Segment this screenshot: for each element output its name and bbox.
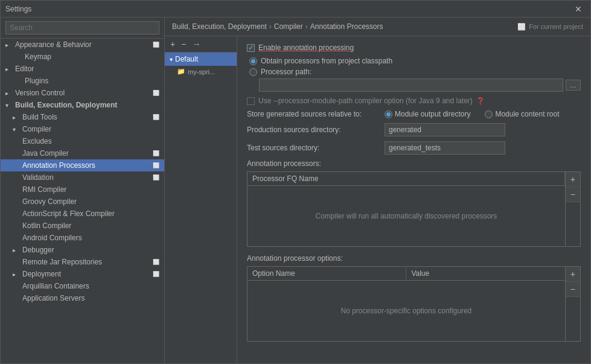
sidebar-item-android[interactable]: Android Compilers: [1, 232, 164, 244]
ext-icon: ⬜: [153, 162, 159, 168]
settings-window: Settings ✕ ▸ Appearance & Behavior ⬜ Key…: [0, 0, 591, 364]
processor-path-text: Processor path:: [261, 68, 311, 76]
sidebar-item-label: Build, Execution, Deployment: [15, 101, 117, 109]
table-empty-message: Compiler will run all automatically disc…: [304, 200, 510, 232]
sidebar-item-compiler[interactable]: ▾ Compiler: [1, 123, 164, 135]
sidebar-item-label: Android Compilers: [22, 234, 82, 242]
enable-annotation-checkbox[interactable]: [247, 44, 255, 52]
breadcrumb-sep1: ›: [269, 22, 272, 31]
test-sources-label: Test sources directory:: [247, 144, 380, 152]
sidebar-item-debugger[interactable]: ▸ Debugger: [1, 244, 164, 256]
options-empty-message: No processor-specific options configured: [329, 295, 484, 327]
sidebar-item-editor[interactable]: ▸ Editor: [1, 63, 164, 75]
arrow-icon: ▾: [170, 56, 173, 63]
module-item-my-spri[interactable]: 📁 my-spri...: [165, 66, 237, 77]
sidebar-item-groovy[interactable]: Groovy Compiler: [1, 196, 164, 208]
processor-path-label[interactable]: Processor path:: [249, 68, 581, 76]
sidebar-item-build-execution[interactable]: ▾ Build, Execution, Deployment: [1, 99, 164, 111]
sidebar-item-arquillian[interactable]: Arquillian Containers: [1, 280, 164, 292]
project-icon: ⬜: [517, 23, 526, 30]
options-table-header: Option Name Value: [248, 267, 565, 281]
sidebar-item-build-tools[interactable]: ▸ Build Tools ⬜: [1, 111, 164, 123]
sidebar-item-rmi[interactable]: RMI Compiler: [1, 184, 164, 196]
sidebar-item-appearance[interactable]: ▸ Appearance & Behavior ⬜: [1, 39, 164, 51]
module-item-label: my-spri...: [188, 68, 215, 75]
remove-module-button[interactable]: −: [179, 39, 188, 49]
module-panel: + − → ▾ Default 📁 my-spri...: [165, 36, 237, 363]
remove-processor-button[interactable]: −: [566, 187, 580, 202]
arrow-icon: ▸: [5, 42, 13, 48]
sidebar-item-version-control[interactable]: ▸ Version Control ⬜: [1, 87, 164, 99]
obtain-processors-text: Obtain processors from project classpath: [261, 57, 392, 65]
sidebar-item-label: Excludes: [22, 137, 52, 145]
production-sources-input[interactable]: [385, 123, 505, 136]
module-path-checkbox[interactable]: [247, 97, 255, 105]
ext-icon: ⬜: [153, 150, 159, 156]
obtain-processors-label[interactable]: Obtain processors from project classpath: [249, 57, 581, 65]
sidebar-item-label: Keymap: [25, 53, 51, 61]
sidebar-item-label: Deployment: [22, 270, 61, 278]
sidebar-tree: ▸ Appearance & Behavior ⬜ Keymap ▸ Edito…: [1, 39, 164, 363]
main-content: ▸ Appearance & Behavior ⬜ Keymap ▸ Edito…: [1, 18, 590, 363]
option-name-header: Option Name: [248, 267, 406, 280]
sidebar-item-label: Debugger: [22, 246, 54, 254]
sidebar-item-validation[interactable]: Validation ⬜: [1, 171, 164, 184]
sidebar-item-label: Version Control: [15, 89, 65, 97]
enable-annotation-label[interactable]: Enable annotation processing: [247, 43, 354, 52]
enable-annotation-row: Enable annotation processing: [247, 43, 581, 52]
breadcrumb-sep2: ›: [305, 22, 308, 31]
sidebar-item-keymap[interactable]: Keymap: [1, 51, 164, 63]
remove-option-button[interactable]: −: [566, 282, 580, 297]
arrow-icon: ▸: [13, 271, 20, 278]
breadcrumb: Build, Execution, Deployment › Compiler …: [165, 18, 590, 36]
table-body: Compiler will run all automatically disc…: [248, 186, 565, 246]
sidebar-item-label: Annotation Processors: [22, 161, 95, 170]
ext-icon: ⬜: [153, 90, 159, 96]
obtain-processors-radio[interactable]: [249, 57, 257, 65]
sidebar-item-deployment[interactable]: ▸ Deployment ⬜: [1, 268, 164, 280]
table-main: Processor FQ Name Compiler will run all …: [248, 172, 565, 246]
annotation-processors-table: Processor FQ Name Compiler will run all …: [247, 171, 581, 247]
close-button[interactable]: ✕: [571, 3, 586, 15]
sidebar-item-plugins[interactable]: Plugins: [1, 75, 164, 87]
sidebar-item-excludes[interactable]: Excludes: [1, 135, 164, 147]
sidebar-item-kotlin[interactable]: Kotlin Compiler: [1, 220, 164, 232]
ext-icon: ⬜: [153, 114, 159, 120]
module-output-text: Module output directory: [395, 110, 470, 118]
search-input[interactable]: [5, 21, 159, 34]
content-root-label[interactable]: Module content root: [485, 110, 559, 118]
processor-path-input[interactable]: [259, 78, 563, 92]
for-current-project: ⬜ For current project: [517, 23, 583, 31]
help-icon[interactable]: ❓: [476, 97, 485, 105]
test-sources-input[interactable]: [385, 141, 505, 155]
breadcrumb-part3: Annotation Processors: [310, 22, 383, 31]
table-header: Processor FQ Name: [248, 172, 565, 186]
sidebar-item-java-compiler[interactable]: Java Compiler ⬜: [1, 147, 164, 159]
add-module-button[interactable]: +: [168, 39, 177, 49]
content-root-text: Module content root: [495, 110, 559, 118]
store-generated-row: Store generated sources relative to: Mod…: [247, 110, 581, 118]
add-processor-button[interactable]: +: [566, 172, 580, 187]
sidebar-item-actionscript[interactable]: ActionScript & Flex Compiler: [1, 208, 164, 220]
module-item-default[interactable]: ▾ Default: [165, 53, 237, 66]
sidebar-item-application-servers[interactable]: Application Servers: [1, 292, 164, 304]
sidebar-item-label: Groovy Compiler: [22, 197, 77, 206]
browse-button[interactable]: …: [566, 80, 581, 91]
arrow-icon: ▸: [13, 114, 20, 121]
add-option-button[interactable]: +: [566, 267, 580, 282]
move-module-button[interactable]: →: [190, 39, 202, 49]
sidebar-item-label: RMI Compiler: [22, 185, 66, 194]
ext-icon: ⬜: [153, 259, 159, 265]
sidebar-item-remote-jar[interactable]: Remote Jar Repositories ⬜: [1, 256, 164, 268]
enable-annotation-text: Enable annotation processing: [258, 43, 354, 52]
sidebar-item-annotation-processors[interactable]: Annotation Processors ⬜: [1, 159, 164, 171]
production-sources-row: Production sources directory:: [247, 123, 581, 136]
module-output-label[interactable]: Module output directory: [385, 110, 470, 118]
module-path-text: Use --processor-module-path compiler opt…: [258, 97, 473, 105]
arrow-icon: ▾: [5, 102, 13, 109]
processor-path-radio[interactable]: [249, 68, 257, 76]
test-sources-row: Test sources directory:: [247, 141, 581, 155]
content-root-radio[interactable]: [485, 110, 493, 118]
arrow-icon: ▾: [13, 126, 20, 133]
module-output-radio[interactable]: [385, 110, 392, 118]
